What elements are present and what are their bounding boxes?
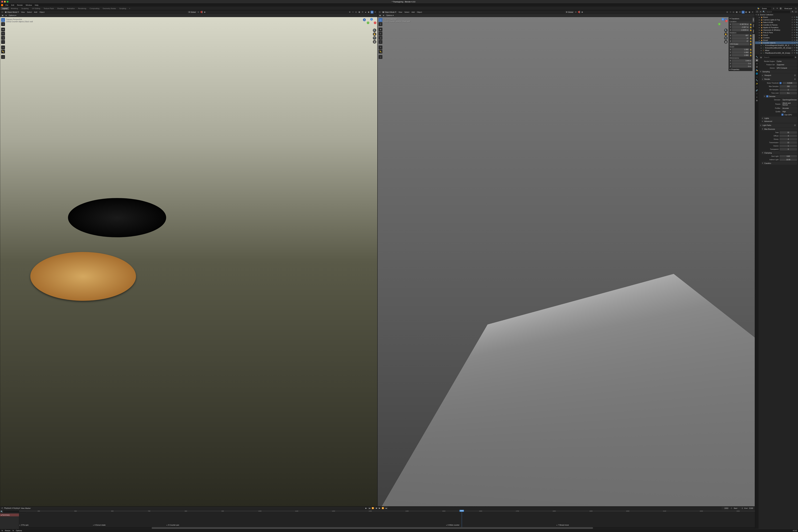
direct-light-field[interactable]: 0.00	[779, 155, 797, 158]
lock-icon[interactable]: 🔓	[749, 35, 752, 37]
tool-rotate[interactable]: ↻	[1, 32, 5, 36]
transmission-bounces-field[interactable]: 12	[779, 141, 797, 144]
overlay-toggle[interactable]: ◎	[732, 11, 735, 14]
new-collection-button[interactable]: ◫	[795, 11, 797, 13]
prop-tab-texture[interactable]: ▦	[755, 99, 758, 102]
dim-y-field[interactable]: 2 m	[732, 62, 752, 65]
snap-toggle[interactable]: 🧲	[200, 11, 203, 14]
hide-render-toggle[interactable]: 📷	[796, 21, 798, 23]
advanced-panel-header[interactable]: ▸Advanced	[761, 120, 797, 123]
workspace-tab-modeling[interactable]: Modeling	[9, 7, 20, 10]
workspace-tab-geonodes[interactable]: Geometry Nodes	[101, 7, 117, 10]
tool-add-primitive[interactable]: ◻	[379, 55, 382, 59]
outliner-item[interactable]: ▸▣Bread☑👁📷	[755, 39, 798, 41]
workspace-tab-animation[interactable]: Animation	[65, 7, 76, 10]
use-gpu-checkbox[interactable]: ✓	[781, 114, 783, 116]
disclosure-icon[interactable]: ▸	[759, 24, 760, 26]
time-limit-field[interactable]: 0 s	[779, 92, 797, 94]
outliner-item[interactable]: ▸▣Apples & Pumpkins☑👁📷	[755, 26, 798, 29]
indirect-light-field[interactable]: 10.00	[779, 158, 797, 161]
camera-number-badge[interactable]: 2	[363, 18, 366, 21]
exclude-toggle[interactable]: ☑	[791, 37, 793, 39]
hide-viewport-toggle[interactable]: 👁	[794, 26, 795, 28]
timeline-marker[interactable]: 5 Counter pan	[166, 524, 179, 526]
viewlayer-new-button[interactable]: ⎘	[795, 7, 797, 10]
feature-set-selector[interactable]: Supported	[776, 63, 797, 66]
lock-icon[interactable]: 🔓	[749, 23, 752, 25]
location-y-field[interactable]: -2.687 m	[732, 26, 749, 28]
hide-render-toggle[interactable]: 📷	[796, 16, 798, 18]
select-mode-icon[interactable]: ◈	[5, 14, 7, 17]
clamping-header[interactable]: ▾Clamping	[761, 151, 797, 154]
volume-bounces-field[interactable]: 1	[779, 145, 797, 147]
hide-render-toggle[interactable]: 📷	[796, 42, 798, 44]
menu-render[interactable]: Render	[16, 4, 24, 6]
prop-tab-particles[interactable]: ✨	[755, 82, 758, 85]
outliner-item[interactable]: ▾▣Counter objects☑👁📷	[755, 41, 798, 44]
outliner-item[interactable]: ▸▽Mixer☑👁📷	[755, 49, 798, 52]
lock-icon[interactable]: 🔓	[749, 26, 752, 28]
vp-menu-object[interactable]: Object	[416, 11, 423, 14]
camera-view-button[interactable]: 📷	[724, 36, 728, 40]
timeline-marker[interactable]: 6 Wide counter	[446, 524, 459, 526]
outliner-search-input[interactable]	[766, 11, 790, 13]
vp-menu-add[interactable]: Add	[411, 11, 416, 14]
menu-help[interactable]: Help	[34, 4, 40, 6]
shading-options[interactable]: ▾	[374, 11, 377, 14]
tool-move[interactable]: ✥	[379, 27, 382, 32]
navigation-gizmo[interactable]: X Y Z	[718, 18, 728, 27]
orientation-selector[interactable]: ⊕ Global	[565, 11, 574, 14]
hide-render-toggle[interactable]: 📷	[796, 39, 798, 41]
min-samples-field[interactable]: 0	[779, 89, 797, 91]
tool-scale[interactable]: ⇲	[1, 36, 5, 40]
vp-menu-view[interactable]: View	[20, 11, 26, 14]
hide-render-toggle[interactable]: 📷	[796, 44, 798, 46]
exclude-toggle[interactable]: ☑	[791, 50, 793, 51]
hide-render-toggle[interactable]: 📷	[796, 50, 798, 51]
workspace-tab-rendering[interactable]: Rendering	[76, 7, 88, 10]
visibility-toggle[interactable]: 👁	[348, 11, 351, 14]
options-menu[interactable]: Options ▾	[9, 14, 16, 16]
hide-viewport-toggle[interactable]: 👁	[794, 42, 795, 44]
panel-menu-icon[interactable]: ☰	[794, 78, 796, 81]
denoise-checkbox[interactable]: ✓	[766, 95, 768, 97]
timeline-marker[interactable]: 3 Pie spin	[19, 524, 28, 526]
prop-tab-world[interactable]: 🌐	[755, 72, 758, 75]
shading-solid[interactable]: ●	[742, 11, 744, 14]
shading-material[interactable]: ◐	[745, 11, 748, 14]
vp-menu-view[interactable]: View	[397, 11, 403, 14]
pan-button[interactable]: ✋	[724, 32, 728, 36]
end-frame-field[interactable]: 2130	[748, 507, 754, 510]
shading-wireframe[interactable]: ⦾	[739, 11, 741, 14]
hide-viewport-toggle[interactable]: 👁	[794, 47, 795, 49]
pivot-selector[interactable]: ⊙	[574, 11, 577, 14]
hide-render-toggle[interactable]: 📷	[796, 52, 798, 54]
lock-icon[interactable]: 🔓	[749, 54, 752, 56]
disclosure-icon[interactable]: ▸	[760, 52, 762, 54]
hide-viewport-toggle[interactable]: 👁	[794, 44, 795, 46]
overlay-toggle[interactable]: ◎	[355, 11, 358, 14]
tool-cursor[interactable]: ✛	[379, 22, 382, 26]
tool-select-box[interactable]: ▢	[379, 18, 382, 22]
xray-toggle[interactable]: ▦	[735, 11, 738, 14]
hide-render-toggle[interactable]: 📷	[796, 34, 798, 36]
workspace-tab-shading[interactable]: Shading	[56, 7, 65, 10]
location-x-field[interactable]: -0.38728 m	[732, 23, 749, 25]
orientation-selector[interactable]: ⊕ Global	[188, 11, 197, 14]
prop-tab-modifiers[interactable]: 🔧	[755, 79, 758, 82]
tool-transform[interactable]: ⊹	[379, 40, 382, 44]
timeline-marker[interactable]: 4 Donut rotate	[93, 524, 106, 526]
outliner-item[interactable]: ▸▽Small knife☑👁📷	[755, 54, 798, 55]
perspective-toggle[interactable]: ▦	[724, 40, 728, 43]
editor-type-icon[interactable]: ◫	[1, 11, 4, 14]
menu-file[interactable]: File	[4, 4, 10, 6]
denoiser-selector[interactable]: OpenImageDenoise	[781, 98, 798, 101]
disclosure-icon[interactable]: ▸	[760, 44, 762, 46]
tool-move[interactable]: ✥	[1, 27, 5, 32]
hide-viewport-toggle[interactable]: 👁	[794, 21, 795, 23]
rotation-z-field[interactable]: 0°	[732, 40, 749, 42]
scale-y-field[interactable]: 1.000	[732, 51, 749, 54]
editor-type-icon[interactable]: ◫	[378, 11, 381, 14]
transparent-bounces-field[interactable]: 8	[779, 148, 797, 151]
navigation-gizmo[interactable]: X Y Z	[367, 18, 376, 27]
